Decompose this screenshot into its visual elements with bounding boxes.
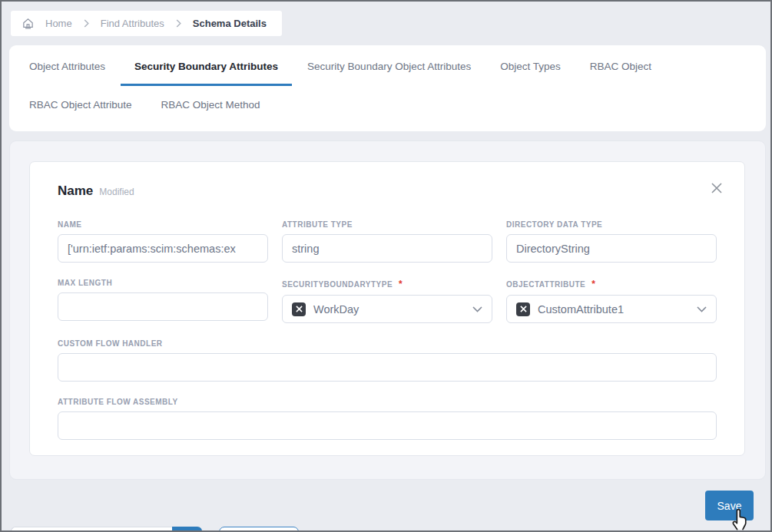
name-label: NAME [58,220,268,229]
attribute-type-input[interactable] [282,234,492,263]
remove-selection-icon[interactable] [292,302,306,316]
attribute-flow-assembly-input[interactable] [58,411,717,440]
close-icon[interactable] [707,179,726,197]
schema-details-page: { "breadcrumb": { "items": [ { "label": … [0,0,772,532]
field-object-attribute: OBJECTATTRIBUTE * CustomAttribute1 [506,279,717,323]
tab-row-2: RBAC Object Attribute RBAC Object Method [9,86,766,124]
chevron-down-icon [472,306,482,312]
tab-security-boundary-object-attributes[interactable]: Security Boundary Object Attributes [293,45,485,86]
attribute-flow-assembly-label: ATTRIBUTE FLOW ASSEMBLY [58,398,717,406]
security-boundary-type-select[interactable]: WorkDay [282,295,492,323]
remove-selection-icon[interactable] [516,302,530,316]
custom-flow-handler-input[interactable] [58,353,717,382]
object-attribute-label-text: OBJECTATTRIBUTE [506,280,585,289]
chevron-right-icon [175,19,182,28]
card-subtitle-modified: Modified [99,187,134,197]
field-directory-data-type: DIRECTORY DATA TYPE [506,220,717,263]
field-attribute-flow-assembly: ATTRIBUTE FLOW ASSEMBLY [58,398,717,440]
home-icon[interactable] [22,17,35,30]
required-asterisk: * [399,279,403,289]
tab-rbac-object-attribute[interactable]: RBAC Object Attribute [15,86,146,124]
bottom-search-button[interactable] [172,527,202,532]
bottom-search-input[interactable] [11,527,172,532]
attribute-detail-section: Name Modified NAME ATTRIBUTE TYPE DIRECT… [9,140,766,480]
breadcrumb-home[interactable]: Home [45,18,72,29]
object-attribute-value: CustomAttribute1 [538,303,624,316]
object-attribute-label: OBJECTATTRIBUTE * [506,279,717,289]
bottom-outlined-button[interactable] [219,527,299,532]
tab-row-1: Object Attributes Security Boundary Attr… [9,45,766,86]
tab-security-boundary-attributes[interactable]: Security Boundary Attributes [121,45,292,86]
attribute-form: NAME ATTRIBUTE TYPE DIRECTORY DATA TYPE … [58,220,717,456]
field-max-length: MAX LENGTH [58,279,268,323]
tab-rbac-object[interactable]: RBAC Object [576,45,665,86]
breadcrumb: Home Find Attributes Schema Details [11,11,282,36]
breadcrumb-schema-details: Schema Details [193,18,267,29]
security-boundary-type-label: SECURITYBOUNDARYTYPE * [282,279,492,289]
field-name: NAME [58,220,268,263]
directory-data-type-input[interactable] [506,234,717,263]
field-security-boundary-type: SECURITYBOUNDARYTYPE * WorkDay [282,279,492,323]
card-title: Name [58,183,93,199]
max-length-label: MAX LENGTH [58,279,268,287]
tab-object-attributes[interactable]: Object Attributes [15,45,119,86]
max-length-input[interactable] [58,292,268,321]
attribute-type-label: ATTRIBUTE TYPE [282,220,492,229]
field-attribute-type: ATTRIBUTE TYPE [282,220,492,263]
attribute-edit-card: Name Modified NAME ATTRIBUTE TYPE DIRECT… [29,161,745,456]
directory-data-type-label: DIRECTORY DATA TYPE [506,220,717,229]
tab-rbac-object-method[interactable]: RBAC Object Method [147,86,274,124]
card-header: Name Modified [58,183,717,199]
field-custom-flow-handler: CUSTOM FLOW HANDLER [58,339,717,382]
breadcrumb-find-attributes[interactable]: Find Attributes [101,18,164,29]
name-input[interactable] [58,234,268,263]
security-boundary-type-value: WorkDay [313,303,359,316]
chevron-down-icon [697,306,707,312]
custom-flow-handler-label: CUSTOM FLOW HANDLER [58,339,717,348]
save-button[interactable]: Save [705,491,754,520]
required-asterisk: * [591,279,595,289]
object-attribute-select[interactable]: CustomAttribute1 [506,295,717,323]
schema-tabs-panel: Object Attributes Security Boundary Attr… [9,45,766,131]
tab-object-types[interactable]: Object Types [486,45,575,86]
bottom-search-bar [11,527,202,532]
chevron-right-icon [83,19,90,28]
security-boundary-type-label-text: SECURITYBOUNDARYTYPE [282,280,393,289]
